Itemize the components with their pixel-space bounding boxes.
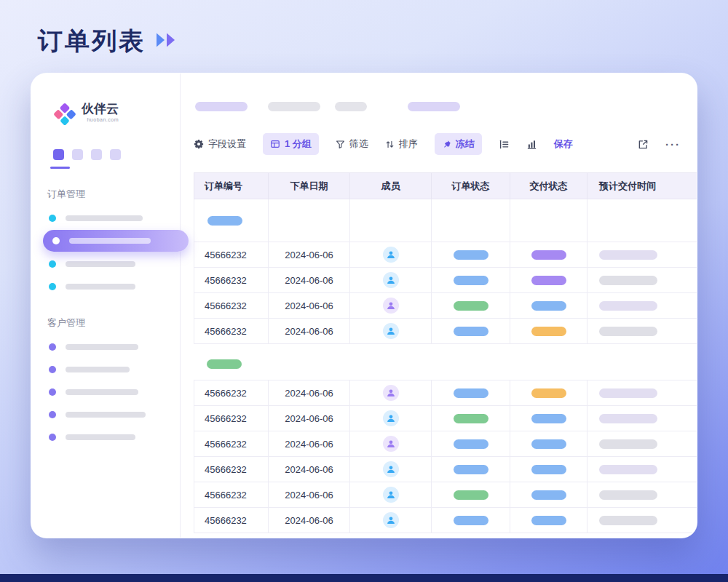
member-avatar-icon xyxy=(383,298,399,314)
table-row[interactable]: 45666232 2024-06-06 xyxy=(194,319,697,344)
status-pill xyxy=(454,301,488,311)
cell-delivery-status xyxy=(510,380,587,405)
sidebar-item[interactable] xyxy=(31,426,180,448)
group-cell xyxy=(510,199,587,242)
delivery-pill xyxy=(531,490,566,500)
cell-delivery-status xyxy=(510,242,587,267)
table-body: 45666232 2024-06-06 45666232 2024-06-06 xyxy=(194,199,697,533)
sidebar-item[interactable] xyxy=(31,275,180,298)
page-header: 订单列表 xyxy=(38,25,179,58)
member-avatar-icon xyxy=(383,323,399,339)
delivery-pill xyxy=(531,388,566,398)
sort-button[interactable]: 排序 xyxy=(385,137,418,151)
cell-order-date: 2024-06-06 xyxy=(269,319,350,343)
column-header[interactable]: 交付状态 xyxy=(510,173,587,199)
table-row[interactable]: 45666232 2024-06-06 xyxy=(194,380,697,406)
save-button[interactable]: 保存 xyxy=(554,137,573,151)
row-height-button[interactable] xyxy=(499,139,510,150)
cell-order-no: 45666232 xyxy=(194,242,269,267)
table-row[interactable]: 45666232 2024-06-06 xyxy=(194,482,697,508)
eta-skeleton-pill xyxy=(599,439,657,449)
logo: 伙伴云 huoban.com xyxy=(55,103,180,124)
cell-order-status xyxy=(432,268,510,292)
cell-member xyxy=(350,457,432,482)
group-pill xyxy=(207,216,242,226)
filter-label: 筛选 xyxy=(349,137,368,151)
group-rows: 45666232 2024-06-06 45666232 2024-06-06 xyxy=(194,242,697,344)
group-button[interactable]: 1 分组 xyxy=(263,133,319,155)
eta-skeleton-pill xyxy=(599,276,657,285)
cell-delivery-status xyxy=(510,406,587,431)
app-window: 伙伴云 huoban.com 订单管理 客户管理 xyxy=(31,73,697,538)
cell-delivery-status xyxy=(510,508,587,533)
app-tab-square-active[interactable] xyxy=(53,149,64,160)
sidebar-item[interactable] xyxy=(31,380,180,403)
page-title: 订单列表 xyxy=(38,25,146,58)
table-row[interactable]: 45666232 2024-06-06 xyxy=(194,457,697,482)
cell-delivery-status xyxy=(510,431,587,456)
sidebar-item[interactable] xyxy=(31,358,180,380)
section-label: 订单管理 xyxy=(47,188,180,201)
filter-button[interactable]: 筛选 xyxy=(336,137,368,151)
sidebar: 伙伴云 huoban.com 订单管理 客户管理 xyxy=(31,73,181,538)
eta-skeleton-pill xyxy=(599,465,657,474)
cell-eta xyxy=(587,268,697,292)
app-tab-square[interactable] xyxy=(91,149,102,160)
status-pill xyxy=(454,465,488,474)
funnel-icon xyxy=(336,140,345,149)
app-tab-square[interactable] xyxy=(72,149,83,160)
member-avatar-icon xyxy=(383,512,399,528)
cell-order-date: 2024-06-06 xyxy=(269,406,350,431)
column-header[interactable]: 预计交付时间 xyxy=(587,173,697,199)
table-row[interactable]: 45666232 2024-06-06 xyxy=(194,508,697,533)
bullet-dot xyxy=(49,215,56,222)
cell-eta xyxy=(587,431,697,456)
skeleton-pill xyxy=(408,102,460,111)
skeleton-text xyxy=(66,412,146,418)
row-height-icon xyxy=(499,139,510,150)
table-row[interactable]: 45666232 2024-06-06 xyxy=(194,268,697,293)
cell-order-no: 45666232 xyxy=(194,457,269,482)
delivery-pill xyxy=(531,516,566,525)
more-button[interactable]: ··· xyxy=(665,138,681,151)
cell-order-no: 45666232 xyxy=(194,482,269,507)
bottom-accent-bar xyxy=(0,574,728,582)
field-settings-button[interactable]: 字段设置 xyxy=(194,137,246,151)
cell-order-date: 2024-06-06 xyxy=(269,380,350,405)
cell-eta xyxy=(587,293,697,318)
member-avatar-icon xyxy=(383,272,399,288)
table-row[interactable]: 45666232 2024-06-06 xyxy=(194,431,697,457)
group-label: 1 分组 xyxy=(285,137,312,151)
table-row[interactable]: 45666232 2024-06-06 xyxy=(194,242,697,268)
sidebar-item[interactable] xyxy=(31,207,180,229)
sidebar-item[interactable] xyxy=(31,403,180,426)
group-rows: 45666232 2024-06-06 45666232 2024-06-06 xyxy=(194,380,697,533)
sidebar-item[interactable] xyxy=(31,252,180,275)
group-pill xyxy=(207,359,242,369)
app-tabs xyxy=(53,149,180,160)
share-button[interactable] xyxy=(638,139,649,150)
bullet-dot xyxy=(49,260,56,268)
logo-name: 伙伴云 xyxy=(82,103,119,115)
table-row[interactable]: 45666232 2024-06-06 xyxy=(194,293,697,319)
freeze-button[interactable]: 冻结 xyxy=(435,133,482,155)
app-tab-square[interactable] xyxy=(110,149,121,160)
gear-icon xyxy=(194,139,204,149)
delivery-pill xyxy=(531,439,566,449)
bar-chart-icon xyxy=(526,139,537,150)
status-pill xyxy=(454,388,488,398)
sidebar-item[interactable] xyxy=(31,335,180,358)
column-header[interactable]: 下单日期 xyxy=(269,173,350,199)
group-cell xyxy=(194,199,269,242)
group-cell xyxy=(587,199,697,242)
column-header[interactable]: 订单编号 xyxy=(194,173,269,199)
status-pill xyxy=(454,250,488,260)
cell-delivery-status xyxy=(510,293,587,318)
table-row[interactable]: 45666232 2024-06-06 xyxy=(194,406,697,431)
sidebar-item-selected[interactable] xyxy=(43,230,189,252)
group-header-row[interactable] xyxy=(194,199,697,242)
column-header[interactable]: 成员 xyxy=(350,173,432,199)
column-header[interactable]: 订单状态 xyxy=(432,173,510,199)
chart-button[interactable] xyxy=(526,139,537,150)
group-header-row[interactable] xyxy=(194,355,697,372)
